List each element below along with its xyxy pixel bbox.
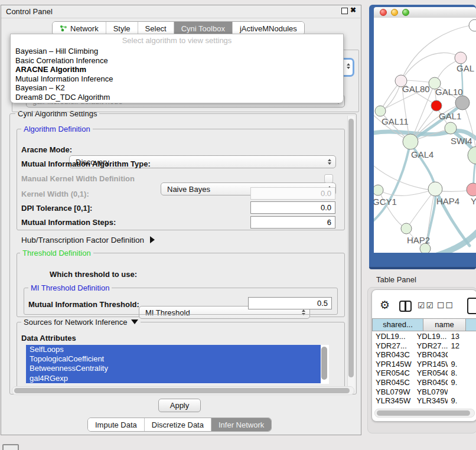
node-label: GAL11 — [382, 116, 409, 126]
network-canvas[interactable]: GALGAL80GAL10GAL1SWI4GAL11GAL4GCY1HAP4YH… — [374, 18, 476, 253]
attribute-item[interactable]: gal4RGexp — [26, 374, 321, 383]
close-traffic-light-icon[interactable] — [380, 9, 387, 16]
network-graph: GALGAL80GAL10GAL1SWI4GAL11GAL4GCY1HAP4YH… — [374, 18, 476, 253]
tab-label: Impute Data — [95, 420, 137, 429]
settings-horizontal-scrollbar[interactable] — [12, 386, 354, 395]
table-cell: YBR045C — [372, 378, 413, 387]
table-cell: 9 — [448, 406, 476, 407]
table-horizontal-scrollbar[interactable] — [374, 409, 475, 418]
network-node-hap2[interactable] — [401, 223, 412, 234]
combo-arrows-icon — [347, 63, 350, 69]
which-threshold-label: Which threshold to use: — [50, 270, 137, 279]
list-scrollbar-thumb[interactable] — [321, 347, 327, 380]
tab-impute-data[interactable]: Impute Data — [88, 418, 144, 431]
table-cell: 12 — [448, 341, 476, 351]
scrollbar-thumb[interactable] — [348, 119, 354, 377]
node-label: GAL10 — [435, 87, 463, 97]
manual-kernel-checkbox[interactable] — [324, 174, 333, 183]
table-row[interactable]: YLR345WYLR345W9. — [372, 396, 476, 406]
algorithm-dropdown-popup: Select algorithm to view settings Bayesi… — [10, 34, 344, 103]
network-node-gal[interactable] — [455, 52, 467, 64]
apply-button[interactable]: Apply — [158, 399, 201, 412]
network-node[interactable] — [469, 19, 476, 31]
close-icon[interactable]: ✖ — [350, 6, 356, 14]
algorithm-option[interactable]: Bayesian – K2 — [11, 83, 343, 93]
column-header[interactable]: shared... — [372, 318, 423, 331]
network-node-y[interactable] — [467, 183, 476, 196]
network-node-gal11[interactable] — [375, 106, 386, 116]
minimize-traffic-light-icon[interactable] — [391, 9, 398, 16]
scrollbar-thumb[interactable] — [377, 410, 470, 416]
tab-infer-network[interactable]: Infer Network — [211, 418, 271, 431]
tab-select[interactable]: Select — [138, 22, 174, 35]
gear-icon[interactable]: ⚙ — [380, 298, 390, 312]
table-cell: YLR345W — [413, 396, 448, 406]
column-header[interactable]: A — [466, 318, 476, 331]
table-row[interactable]: YBR043CYBR043C — [372, 350, 476, 360]
dpi-tolerance-field[interactable]: 0.0 — [250, 201, 335, 214]
mi-threshold-field[interactable]: 0.5 — [248, 297, 332, 309]
tab-cyni-toolbox[interactable]: Cyni Toolbox — [174, 22, 232, 35]
network-node-gal1[interactable] — [431, 100, 442, 111]
tab-label: Cyni Toolbox — [181, 24, 225, 33]
table-row[interactable]: YBR045CYBR045C9. — [372, 378, 476, 387]
select-all-checkboxes-icon[interactable]: ☑☑ — [418, 301, 435, 310]
attribute-item[interactable]: TopologicalCoefficient — [26, 354, 321, 364]
sources-legend[interactable]: Sources for Network Inference — [21, 318, 141, 326]
network-node-gal4[interactable] — [403, 134, 418, 149]
network-node[interactable] — [455, 96, 470, 110]
hub-definition-label: Hub/Transcription Factor Definition — [21, 236, 144, 244]
attribute-item[interactable]: BetweennessCentrality — [26, 364, 321, 373]
table-row[interactable]: YDR27...YDR27...12 — [372, 341, 476, 351]
tab-label: Network — [70, 24, 99, 33]
network-icon — [60, 25, 67, 32]
table-cell: 9. — [448, 396, 476, 406]
settings-vertical-scrollbar[interactable] — [347, 116, 355, 391]
float-window-icon[interactable] — [341, 8, 348, 14]
dpi-tolerance-label: DPI Tolerance [0,1]: — [21, 204, 92, 213]
node-label: GCY1 — [374, 197, 397, 207]
kernel-width-field[interactable]: 0.0 — [250, 187, 335, 200]
titlebar-divider — [1, 18, 360, 18]
kernel-width-label: Kernel Width (0,1): — [21, 190, 89, 198]
hub-definition-toggle[interactable]: Hub/Transcription Factor Definition — [21, 236, 155, 244]
table-cell: YBL079W — [413, 387, 448, 397]
network-edge — [401, 53, 460, 81]
algorithm-option[interactable]: ARACNE Algorithm — [11, 65, 343, 74]
table-row[interactable]: YPR145WYPR145W9. — [372, 360, 476, 369]
threshold-definition-legend: Threshold Definition — [20, 249, 93, 257]
tab-jactivemnodules[interactable]: jActiveMNodules — [232, 22, 304, 35]
node-label: SWI4 — [451, 136, 472, 146]
minimized-panel-icon[interactable] — [2, 444, 19, 450]
table-cell — [448, 350, 476, 360]
deselect-checkboxes-icon[interactable]: ☐☐ — [437, 301, 454, 310]
zoom-traffic-light-icon[interactable] — [402, 9, 409, 16]
algorithm-option[interactable]: Mutual Information Inference — [11, 74, 343, 84]
tab-network[interactable]: Network — [53, 22, 106, 35]
tab-style[interactable]: Style — [106, 22, 138, 35]
node-label: HAP4 — [436, 196, 459, 206]
table-cell: YBR043C — [413, 350, 448, 360]
table-row[interactable]: YBL079WYBL079W — [372, 387, 476, 397]
network-node[interactable] — [420, 243, 431, 253]
network-node-swi4[interactable] — [445, 122, 457, 134]
partial-toolbar-icon[interactable] — [467, 298, 476, 314]
network-node-hap4[interactable] — [428, 182, 442, 196]
network-node[interactable] — [468, 146, 476, 164]
table-row[interactable]: YDL19...YDL19...13 — [372, 332, 476, 341]
algorithm-option[interactable]: Basic Correlation Inference — [11, 56, 343, 66]
scrollbar-thumb[interactable] — [14, 388, 350, 393]
network-node-gcy1[interactable] — [374, 185, 383, 195]
table-row[interactable]: YER054CYER054C8. — [372, 369, 476, 378]
column-header[interactable]: name — [423, 318, 466, 331]
tab-discretize-data[interactable]: Discretize Data — [144, 418, 211, 431]
table-row[interactable]: YIL052CYIL052C9 — [372, 406, 476, 407]
table-cell: YDR27... — [413, 341, 448, 351]
attribute-item[interactable]: SelfLoops — [26, 345, 321, 354]
mi-steps-field[interactable]: 6 — [250, 216, 335, 229]
node-label: GAL80 — [402, 84, 430, 94]
columns-icon[interactable] — [399, 301, 412, 312]
tab-label: Select — [145, 24, 167, 33]
algorithm-option[interactable]: Bayesian – Hill Climbing — [11, 47, 343, 56]
algorithm-option[interactable]: Dream8 DC_TDC Algorithm — [11, 93, 343, 102]
